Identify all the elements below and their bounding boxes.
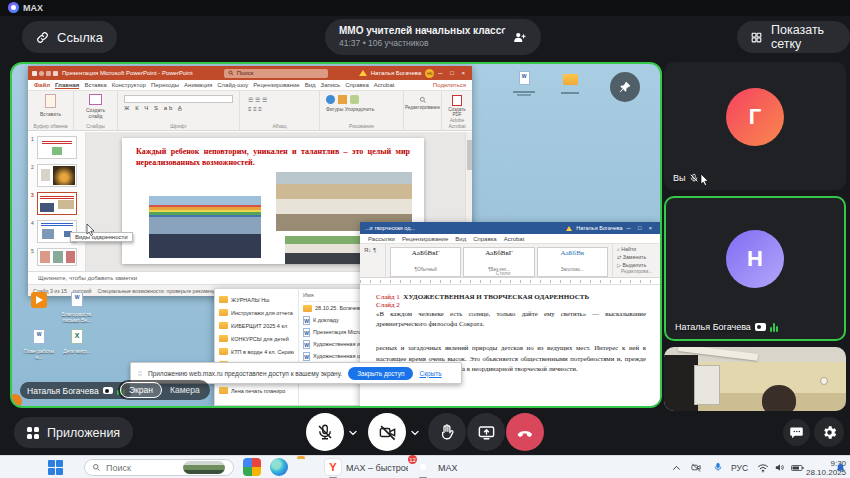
slide-thumb-2[interactable]: 2: [28, 159, 85, 187]
tab-record[interactable]: Запись: [321, 82, 341, 88]
tab-acrobat[interactable]: Acrobat: [374, 82, 395, 88]
folder-item[interactable]: КИБЕРЩИТ 2025 4 кл: [219, 319, 294, 332]
mic-toggle-button[interactable]: [306, 413, 344, 451]
powerpoint-titlebar[interactable]: Презентация Microsoft PowerPoint - Power…: [28, 66, 472, 80]
tab-mailings[interactable]: Рассылки: [368, 236, 395, 242]
editing-button[interactable]: Редактирование: [404, 105, 441, 110]
desktop-icon-excel[interactable]: X Дети мигр...: [58, 329, 96, 360]
folder-item[interactable]: Инструктажи для отчета: [219, 306, 294, 319]
max-window-title[interactable]: MAX: [438, 463, 458, 473]
hide-notice-link[interactable]: Скрыть: [419, 370, 441, 377]
folder-item[interactable]: КТП в ворде 4 кл. Серико: [219, 345, 294, 358]
desktop-icon-word-1[interactable]: Благодарств. письмо Ве...: [58, 292, 96, 323]
create-pdf-button[interactable]: Создать PDF: [442, 107, 472, 117]
tray-mic-icon[interactable]: [713, 461, 723, 473]
share-source-toggle[interactable]: Экран Камера: [118, 380, 210, 400]
participant-tile-speaker[interactable]: Н Наталья Богачева: [664, 196, 846, 341]
new-slide-button[interactable]: Создать слайд: [74, 108, 117, 119]
explorer-window[interactable]: ЖУРНАЛЫ Нш Инструктажи для отчета КИБЕРЩ…: [214, 288, 374, 406]
tab-design[interactable]: Конструктор: [112, 82, 146, 88]
tab-home[interactable]: Главная: [55, 82, 79, 89]
tab-help[interactable]: Справка: [473, 236, 497, 242]
account-avatar[interactable]: НБ: [425, 69, 434, 78]
copy-link-button[interactable]: Ссылка: [22, 21, 117, 53]
settings-button[interactable]: [814, 417, 844, 447]
explorer-folder-tree[interactable]: ЖУРНАЛЫ Нш Инструктажи для отчета КИБЕРЩ…: [215, 289, 299, 405]
desktop-icon-app[interactable]: [20, 292, 58, 323]
desktop-icons-group[interactable]: Благодарств. письмо Ве... План работы н.…: [20, 292, 96, 360]
slide-thumb-1[interactable]: 1: [28, 132, 85, 159]
tray-wifi-icon[interactable]: [757, 463, 769, 473]
participant-tile-you[interactable]: Г Вы: [664, 62, 846, 190]
participant-tile-video[interactable]: [664, 347, 846, 411]
tray-language[interactable]: РУС: [731, 463, 748, 473]
start-button[interactable]: [48, 460, 63, 475]
tab-transitions[interactable]: Переходы: [151, 82, 179, 88]
find-button[interactable]: ⌕ Найти: [617, 246, 656, 254]
tab-acrobat[interactable]: Acrobat: [504, 236, 525, 242]
show-grid-button[interactable]: Показать сетку: [737, 21, 850, 53]
word-titlebar[interactable]: ...и творческая од... Наталья Богачева ─…: [360, 222, 660, 234]
raise-hand-button[interactable]: [428, 413, 466, 451]
slide-thumb-5[interactable]: 5: [28, 243, 85, 266]
replace-button[interactable]: ⇄ Заменить: [617, 254, 656, 262]
add-participant-button[interactable]: [503, 21, 535, 53]
pin-tile-button[interactable]: [610, 72, 640, 102]
camera-toggle-button[interactable]: [368, 413, 406, 451]
paste-button[interactable]: Вставить: [28, 111, 73, 117]
stop-sharing-button[interactable]: Закрыть доступ: [348, 367, 413, 380]
camera-options-chevron[interactable]: [408, 426, 422, 440]
word-ribbon[interactable]: Я↓ ¶ АаБбВвГ¶Обычный АаБбВвГ¶Без инт... …: [360, 244, 660, 278]
tray-chevron-icon[interactable]: [672, 464, 681, 471]
tray-battery-icon[interactable]: [791, 464, 804, 472]
slide-thumb-3-selected[interactable]: 3: [28, 187, 85, 215]
folder-item[interactable]: ЖУРНАЛЫ Нш: [219, 293, 294, 306]
shapes-arrange-buttons[interactable]: Фигуры Упорядочить: [326, 106, 397, 112]
tab-review[interactable]: Рецензирование: [253, 82, 299, 88]
mic-options-chevron[interactable]: [346, 426, 360, 440]
status-accessibility[interactable]: Специальные возможности: проверьте реком…: [97, 288, 227, 294]
tray-notification-bell-icon[interactable]: [835, 462, 846, 474]
taskbar-app-icon[interactable]: [243, 458, 261, 476]
quick-access-toolbar[interactable]: [32, 71, 58, 76]
search-input[interactable]: [106, 463, 178, 473]
powerpoint-search-box[interactable]: Поиск: [224, 69, 328, 78]
tab-view[interactable]: Вид: [305, 82, 316, 88]
desktop-icon-word-2[interactable]: План работы н...: [20, 329, 58, 360]
desktop-icon-word-doc[interactable]: [509, 71, 539, 96]
tab-animations[interactable]: Анимация: [184, 82, 212, 88]
search-highlight-image[interactable]: [183, 461, 225, 474]
source-screen-tab[interactable]: Экран: [120, 382, 162, 398]
tab-file[interactable]: Файл: [34, 82, 50, 88]
share-screen-button[interactable]: [467, 413, 505, 451]
folder-item[interactable]: КОНКУРСЫ для детей: [219, 332, 294, 345]
tray-speaker-icon[interactable]: [774, 462, 785, 473]
folder-item[interactable]: Лена печать планиро: [219, 384, 294, 397]
tray-camera-off-icon[interactable]: [690, 462, 702, 473]
powerpoint-ribbon[interactable]: Вставить Буфер обмена Создать слайд Слай…: [28, 91, 472, 131]
paragraph-buttons[interactable]: ☰ ☰ ☰≡ ≡ ≡: [248, 96, 311, 114]
tab-review[interactable]: Рецензирование: [402, 236, 448, 242]
windows-taskbar[interactable]: Y MAX – быстрое и легк 12 MAX РУС 9:30 2…: [0, 455, 850, 478]
source-camera-tab[interactable]: Камера: [162, 385, 208, 395]
tab-view[interactable]: Вид: [455, 236, 466, 242]
font-format-buttons[interactable]: Ж К Ч S ab A̲: [124, 105, 233, 111]
taskbar-search-box[interactable]: [84, 459, 234, 476]
apps-button[interactable]: Приложения: [14, 417, 133, 448]
word-document-page[interactable]: Слайд 1 ХУДОЖЕСТВЕННАЯ И ТВОРЧЕСКАЯ ОДАР…: [360, 285, 660, 406]
slide-thumbnail-panel[interactable]: 1 2 3 4 5: [28, 132, 86, 271]
edge-browser-icon[interactable]: [270, 458, 288, 476]
share-button[interactable]: Поделиться: [433, 82, 466, 88]
yandex-window-title[interactable]: MAX – быстрое и легк: [346, 463, 408, 473]
window-controls[interactable]: ─ □ ×: [438, 70, 468, 76]
sort-paragraph-buttons[interactable]: Я↓ ¶: [360, 244, 386, 277]
desktop-icon-folder[interactable]: [555, 71, 585, 94]
powerpoint-ribbon-tabs[interactable]: Файл Главная Вставка Конструктор Переход…: [28, 80, 472, 91]
word-ribbon-tabs[interactable]: Рассылки Рецензирование Вид Справка Acro…: [360, 234, 660, 244]
screen-share-tile[interactable]: Презентация Microsoft PowerPoint - Power…: [10, 62, 662, 408]
tab-slideshow[interactable]: Слайд-шоу: [217, 82, 248, 88]
chat-button[interactable]: [783, 419, 810, 446]
window-controls[interactable]: ─ □ ×: [627, 225, 656, 231]
tab-insert[interactable]: Вставка: [84, 82, 106, 88]
editing-group[interactable]: ⌕ Найти ⇄ Заменить ▷ Выделить Редактиров…: [612, 244, 660, 277]
